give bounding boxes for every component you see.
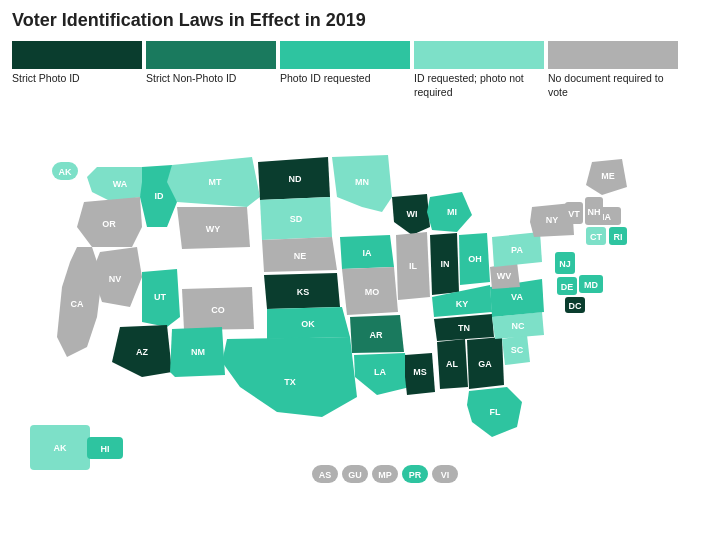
- state-WY: [177, 207, 250, 249]
- state-AS: [312, 465, 338, 483]
- state-AK-badge: [52, 162, 78, 180]
- state-LA: [354, 353, 410, 395]
- main-container: Voter Identification Laws in Effect in 2…: [0, 0, 706, 559]
- state-FL: [467, 387, 522, 437]
- state-MO: [342, 267, 398, 315]
- state-MP: [372, 465, 398, 483]
- legend-no-document: No document required to vote: [548, 41, 678, 99]
- legend-color-no-document: [548, 41, 678, 69]
- state-DE: [557, 277, 577, 295]
- map-container: WA OR CA ID NV MT WY: [12, 107, 694, 497]
- state-AL: [437, 339, 468, 389]
- state-IL: [396, 232, 430, 300]
- state-RI: [609, 227, 627, 245]
- state-AZ: [112, 325, 172, 377]
- state-CA: [57, 247, 102, 357]
- state-KS: [264, 273, 340, 309]
- legend-color-photo-requested: [280, 41, 410, 69]
- state-GU: [342, 465, 368, 483]
- state-NV: [92, 247, 142, 307]
- legend-photo-requested: Photo ID requested: [280, 41, 410, 99]
- legend-label-id-requested: ID requested; photo not required: [414, 69, 544, 99]
- state-UT: [142, 269, 180, 327]
- state-SC: [502, 335, 530, 365]
- legend-color-strict-photo: [12, 41, 142, 69]
- state-IN: [430, 233, 459, 295]
- legend-color-strict-non-photo: [146, 41, 276, 69]
- state-PA: [492, 232, 542, 267]
- us-map: WA OR CA ID NV MT WY: [12, 107, 694, 497]
- state-AK: [30, 425, 90, 470]
- legend-id-requested: ID requested; photo not required: [414, 41, 544, 99]
- state-WI: [392, 194, 430, 235]
- state-MS: [405, 353, 435, 395]
- state-MI: [427, 192, 472, 232]
- state-NM: [170, 327, 225, 377]
- legend-color-id-requested: [414, 41, 544, 69]
- state-GA: [467, 337, 504, 389]
- state-ME: [586, 159, 627, 195]
- state-MT: [167, 157, 260, 207]
- state-SD: [260, 197, 332, 240]
- legend-label-strict-non-photo: Strict Non-Photo ID: [146, 69, 276, 86]
- state-DC: [565, 297, 585, 313]
- legend: Strict Photo ID Strict Non-Photo ID Phot…: [12, 41, 694, 99]
- state-CT: [586, 227, 606, 245]
- state-HI: [87, 437, 123, 459]
- page-title: Voter Identification Laws in Effect in 2…: [12, 10, 694, 31]
- state-TN: [434, 314, 494, 341]
- state-MD: [579, 275, 603, 293]
- state-MN: [332, 155, 392, 212]
- legend-label-strict-photo: Strict Photo ID: [12, 69, 142, 86]
- state-NH: [585, 197, 603, 225]
- state-OK: [267, 307, 350, 339]
- legend-strict-non-photo: Strict Non-Photo ID: [146, 41, 276, 99]
- legend-label-photo-requested: Photo ID requested: [280, 69, 410, 86]
- state-OH: [459, 233, 490, 285]
- state-CO: [182, 287, 254, 330]
- state-WA: [87, 167, 147, 202]
- state-IA: [340, 235, 394, 269]
- legend-label-no-document: No document required to vote: [548, 69, 678, 99]
- state-AR: [350, 315, 404, 353]
- legend-strict-photo: Strict Photo ID: [12, 41, 142, 99]
- state-NJ: [555, 252, 575, 274]
- state-NE: [262, 237, 337, 272]
- state-VT: [565, 202, 583, 224]
- state-OR: [77, 197, 142, 247]
- state-ND: [258, 157, 330, 200]
- state-VI: [432, 465, 458, 483]
- state-TX: [222, 337, 357, 417]
- state-PR: [402, 465, 428, 483]
